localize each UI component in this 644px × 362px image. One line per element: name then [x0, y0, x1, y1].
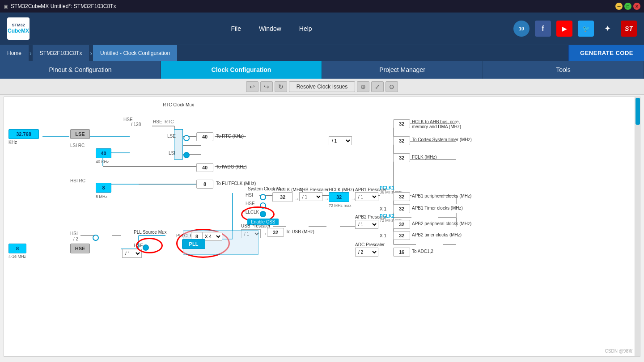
twitter-icon[interactable]: 🐦	[578, 21, 594, 37]
menu-window[interactable]: Window	[259, 25, 281, 32]
menu-icons: 10 f ▶ 🐦 ✦ ST	[513, 21, 637, 37]
breadcrumb-arrow-1: ›	[30, 50, 32, 57]
lsi-rc-box[interactable]: 40	[96, 148, 111, 158]
prediv1-area: / 1 / 2	[122, 249, 142, 258]
facebook-icon[interactable]: f	[535, 21, 551, 37]
to-flit-val-box[interactable]: 8	[196, 180, 213, 189]
menu-file[interactable]: File	[231, 25, 241, 32]
hsi-rc-box[interactable]: 8	[96, 183, 111, 193]
window-title: STM32CubeMX Untitled*: STM32F103C8Tx	[11, 3, 116, 9]
breadcrumb-home[interactable]: Home	[0, 45, 29, 61]
resolve-clock-button[interactable]: Resolve Clock Issues	[289, 81, 356, 92]
logo-area: STM32 CubeMX	[7, 17, 30, 40]
lse-box: LSE	[70, 129, 90, 139]
tab-clock[interactable]: Clock Configuration	[161, 61, 322, 79]
hse-label-top: HSE	[123, 117, 133, 122]
ahb-prescaler-label: AHB Prescaler	[299, 187, 329, 192]
hsi-mhz-label: 8 MHz	[96, 194, 107, 199]
apb1-timer-val-box[interactable]: 32	[393, 204, 410, 213]
scrollbar[interactable]	[635, 97, 640, 356]
hclk-box[interactable]: 32	[329, 192, 349, 202]
pll-source-mux-label: PLL Source Mux	[134, 230, 167, 235]
hclk-label: HCLK (MHz)	[329, 187, 354, 192]
adc-prescaler-select[interactable]: / 2 / 4 / 6 / 8	[355, 248, 378, 257]
scrollbar-thumb[interactable]	[636, 98, 640, 125]
usb-val-box[interactable]: 32	[267, 228, 284, 237]
hse-box-bottom: HSE	[70, 244, 90, 253]
breadcrumb-device[interactable]: STM32F103C8Tx	[33, 45, 89, 61]
apb1-periph-val-box[interactable]: 32	[393, 192, 410, 201]
apb2-timer-val-box[interactable]: 32	[393, 231, 410, 240]
wiring-svg	[4, 97, 640, 356]
breadcrumb-current[interactable]: Untitled - Clock Configuration	[93, 45, 177, 61]
ahb-prescaler-select[interactable]: / 1 / 2 / 4 / 8	[299, 192, 322, 201]
menu-help[interactable]: Help	[299, 25, 312, 32]
rtc-mux-label: RTC Clock Mux	[163, 102, 194, 107]
window-controls[interactable]: ─ □ ✕	[615, 3, 640, 10]
adc-val-box[interactable]: 16	[393, 248, 410, 257]
apb2-periph-val-box[interactable]: 32	[393, 220, 410, 229]
pllclk-mux-radio[interactable]	[260, 211, 266, 217]
to-rtc-label: To RTC (KHz)	[216, 134, 244, 139]
pll-hsi-radio[interactable]	[93, 235, 99, 241]
logo-box: STM32 CubeMX	[7, 17, 30, 40]
pll-hse-radio[interactable]	[143, 244, 149, 251]
st-logo-icon: ST	[621, 21, 637, 37]
undo-button[interactable]: ↩	[246, 81, 258, 92]
to-iwdg-val-box[interactable]: 40	[196, 163, 213, 172]
apb2-periph-label: APB2 peripheral clocks (MHz)	[412, 221, 471, 226]
toolbar: ↩ ↪ ↻ Resolve Clock Issues ⊕ ⤢ ⊖	[0, 79, 644, 95]
youtube-icon[interactable]: ▶	[556, 21, 572, 37]
input-freq-top-box[interactable]: 32.768	[8, 129, 39, 139]
hse-pll-label: HSE	[134, 243, 143, 248]
to-iwdg-label: To IWDG (KHz)	[216, 164, 247, 169]
redo-button[interactable]: ↪	[260, 81, 273, 92]
adc-prescaler-label: ADC Prescaler	[355, 242, 385, 247]
apb2-prescaler-select[interactable]: / 1 / 2	[355, 220, 378, 229]
hclk-ahb-val-box[interactable]: 32	[393, 119, 410, 128]
minimize-button[interactable]: ─	[615, 3, 623, 10]
close-button[interactable]: ✕	[633, 3, 640, 10]
input-freq-top-unit: KHz	[8, 140, 17, 145]
breadcrumb-arrow-2: ›	[90, 50, 92, 57]
to-rtc-val-box[interactable]: 40	[196, 132, 213, 141]
watermark: CSDN @98页	[605, 348, 633, 354]
fclk-label: FCLK (MHz)	[412, 155, 437, 160]
hsi-rc-label: HSI RC	[70, 178, 85, 183]
tab-pinout[interactable]: Pinout & Configuration	[0, 61, 161, 79]
version-icon: 10	[513, 21, 530, 37]
expand-button[interactable]: ⤢	[371, 81, 384, 92]
apb1-prescaler-select[interactable]: / 1 / 2	[355, 192, 378, 201]
prediv-select[interactable]: / 1 / 2	[122, 249, 142, 258]
usb-prescaler-label: USB Prescaler	[241, 223, 271, 228]
apb1-timer-label: APB1 Timer clocks (MHz)	[412, 206, 463, 210]
maximize-button[interactable]: □	[624, 3, 631, 10]
apb2-x1-label: X 1	[380, 233, 386, 238]
div1-cortex-select[interactable]: / 1 / 8	[329, 136, 352, 145]
menu-items: File Window Help	[47, 25, 496, 32]
lsi-radio[interactable]	[183, 152, 190, 158]
refresh-button[interactable]: ↻	[275, 81, 287, 92]
logo: STM32 CubeMX	[8, 23, 29, 34]
title-bar-left: ▣ STM32CubeMX Untitled*: STM32F103C8Tx	[4, 3, 116, 9]
generate-code-button[interactable]: GENERATE CODE	[568, 45, 644, 61]
star-icon[interactable]: ✦	[599, 21, 615, 37]
pll-box: PLL	[182, 239, 205, 249]
hse-mux-radio[interactable]	[260, 202, 266, 209]
zoom-out-button[interactable]: ⊖	[386, 81, 398, 92]
hsi-mux-radio[interactable]	[260, 194, 266, 200]
hsi-mux-label: HSI	[246, 193, 253, 198]
apb1-periph-label: APB1 peripheral clocks (MHz)	[412, 194, 471, 198]
to-flit-label: To FLITFCLK (MHz)	[216, 181, 256, 186]
sysclk-box[interactable]: 32	[272, 192, 293, 202]
tab-project[interactable]: Project Manager	[322, 61, 483, 79]
input-freq-bot-box[interactable]: 8	[8, 244, 26, 253]
lse-radio[interactable]	[183, 135, 190, 141]
fclk-val-box[interactable]: 32	[393, 153, 410, 162]
div128-label: / 128	[131, 122, 141, 127]
zoom-in-button[interactable]: ⊕	[357, 81, 369, 92]
cortex-val-box[interactable]: 32	[393, 136, 410, 145]
tab-tools[interactable]: Tools	[483, 61, 644, 79]
to-adc-label: To ADC1,2	[412, 249, 433, 254]
breadcrumb-bar: Home › STM32F103C8Tx › Untitled - Clock …	[0, 45, 644, 61]
